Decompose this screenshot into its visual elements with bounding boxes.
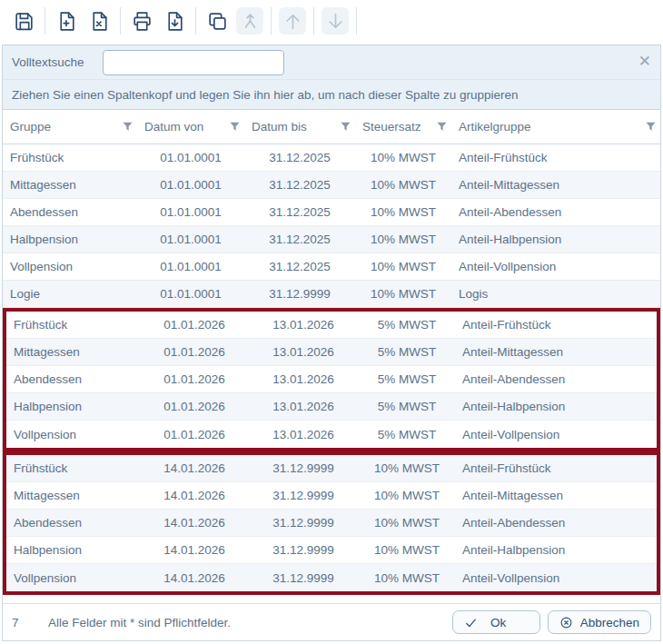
table-cell: 14.01.2026 [141,482,248,509]
table-row[interactable]: Vollpension01.01.202613.01.20265% MWSTAn… [6,421,657,448]
arrow-up-icon [282,10,304,33]
column-header-label: Steuersatz [362,120,421,134]
table-cell: 10% MWST [355,281,451,307]
export-button[interactable] [161,7,188,35]
table-row[interactable]: Abendessen01.01.202613.01.20265% MWSTAnt… [6,366,657,393]
save-button[interactable] [10,7,37,35]
fulltext-search-input[interactable] [103,50,284,75]
rows-before-highlight: Frühstück01.01.000131.12.202510% MWSTAnt… [3,144,660,308]
table-cell: Logie [3,281,137,307]
table-cell: 10% MWST [355,226,451,253]
delete-entry-button[interactable] [85,7,113,35]
table-row[interactable]: Frühstück01.01.202613.01.20265% MWSTAnte… [6,312,657,339]
table-cell: 13.01.2026 [248,312,359,338]
table-row[interactable]: Mittagessen01.01.000131.12.202510% MWSTA… [3,172,660,199]
table-cell: Halbpension [3,226,137,253]
filter-icon[interactable] [341,122,351,132]
table-cell: Anteil-Halbpension [455,393,657,420]
table-cell: 31.12.9999 [248,564,359,591]
check-icon [464,616,478,629]
toolbar-separator [45,7,45,35]
column-header-datum-von[interactable]: Datum von [137,110,244,144]
table-cell: 01.01.2026 [141,366,248,392]
toolbar-separator [195,7,196,35]
table-cell: Mittagessen [3,172,137,198]
table-cell: Vollpension [6,421,141,448]
table-row[interactable]: Frühstück14.01.202631.12.999910% MWSTAnt… [6,455,657,482]
table-cell: Mittagessen [6,482,141,509]
save-icon [13,10,35,33]
table-cell: 01.01.0001 [137,253,244,280]
table-cell: 10% MWST [359,482,455,509]
merge-arrow-icon [239,10,262,33]
document-x-icon [88,10,111,33]
column-header-steuersatz[interactable]: Steuersatz [355,110,451,144]
table-cell: 13.01.2026 [248,339,359,365]
table-cell: 10% MWST [355,144,451,171]
table-cell: 31.12.9999 [248,510,359,536]
column-header-label: Datum von [144,120,203,134]
highlight-block-2: Frühstück14.01.202631.12.999910% MWSTAnt… [3,451,660,595]
table-row[interactable]: Frühstück01.01.000131.12.202510% MWSTAnt… [3,144,660,172]
cancel-button[interactable]: Abbrechen [548,610,651,634]
table-cell: Abendessen [3,199,137,225]
new-entry-button[interactable] [53,7,80,35]
table-row[interactable]: Logie01.01.000131.12.999910% MWSTLogis [3,281,660,308]
table-cell: 01.01.2026 [141,312,248,338]
copy-button[interactable] [203,7,231,35]
table-cell: 01.01.2026 [141,393,248,420]
fulltext-search-label: Volltextsuche [12,55,90,69]
ok-button[interactable]: Ok [452,610,540,634]
table-row[interactable]: Vollpension14.01.202631.12.999910% MWSTA… [6,564,657,591]
table-cell: Anteil-Halbpension [455,537,657,563]
filter-icon[interactable] [437,122,447,132]
table-row[interactable]: Halbpension01.01.202613.01.20265% MWSTAn… [6,393,657,421]
filter-icon[interactable] [646,122,656,132]
print-button[interactable] [128,7,155,35]
table-cell: Vollpension [3,253,137,280]
column-header-label: Artikelgruppe [459,120,531,134]
column-header-datum-bis[interactable]: Datum bis [244,110,355,144]
table-cell: Anteil-Abendessen [451,199,660,225]
table-cell: Anteil-Mittagessen [455,482,657,509]
table-cell: 13.01.2026 [248,393,359,420]
table-cell: 14.01.2026 [141,564,248,591]
filter-icon[interactable] [123,122,133,132]
table-cell: Halbpension [6,393,141,420]
table-cell: Frühstück [3,144,137,171]
copy-icon [206,10,229,33]
table-cell: 31.12.9999 [248,455,359,481]
filter-icon[interactable] [230,122,240,132]
table-row[interactable]: Mittagessen14.01.202631.12.999910% MWSTA… [6,482,657,510]
merge-button [236,7,263,35]
table-row[interactable]: Halbpension01.01.000131.12.202510% MWSTA… [3,226,660,253]
close-icon[interactable]: ✕ [638,54,651,69]
footer: 7 Alle Felder mit * sind Pflichtfelder. … [3,603,660,640]
table-cell: Anteil-Vollpension [451,253,660,280]
document-plus-icon [55,10,78,33]
table-row[interactable]: Vollpension01.01.000131.12.202510% MWSTA… [3,253,660,281]
table-cell: Frühstück [6,455,141,481]
table-row[interactable]: Abendessen01.01.000131.12.202510% MWSTAn… [3,199,660,226]
column-header-artikelgruppe[interactable]: Artikelgruppe [451,110,660,144]
table-cell: Logis [451,281,660,307]
table-cell: Anteil-Frühstück [451,144,660,171]
table-cell: 31.12.2025 [244,144,355,171]
tax-rate-dialog: ✕ Volltextsuche Ziehen Sie einen Spalten… [2,45,661,641]
table-row[interactable]: Abendessen14.01.202631.12.999910% MWSTAn… [6,510,657,537]
table-row[interactable]: Halbpension14.01.202631.12.999910% MWSTA… [6,537,657,564]
table-row[interactable]: Mittagessen01.01.202613.01.20265% MWSTAn… [6,339,657,366]
ok-button-label: Ok [478,616,520,629]
table-cell: 10% MWST [359,455,455,481]
table-cell: 01.01.0001 [137,199,244,225]
cancel-button-label: Abbrechen [580,616,639,629]
column-header-gruppe[interactable]: Gruppe [3,110,137,144]
column-header-label: Gruppe [10,120,51,134]
table-cell: 14.01.2026 [141,537,248,563]
table-cell: 31.12.2025 [244,253,355,280]
table-cell: Mittagessen [6,339,141,365]
table-cell: 31.12.9999 [244,281,355,307]
table-cell: Anteil-Abendessen [455,510,657,536]
table-cell: Anteil-Mittagessen [451,172,660,198]
toolbar-separator [356,7,357,35]
